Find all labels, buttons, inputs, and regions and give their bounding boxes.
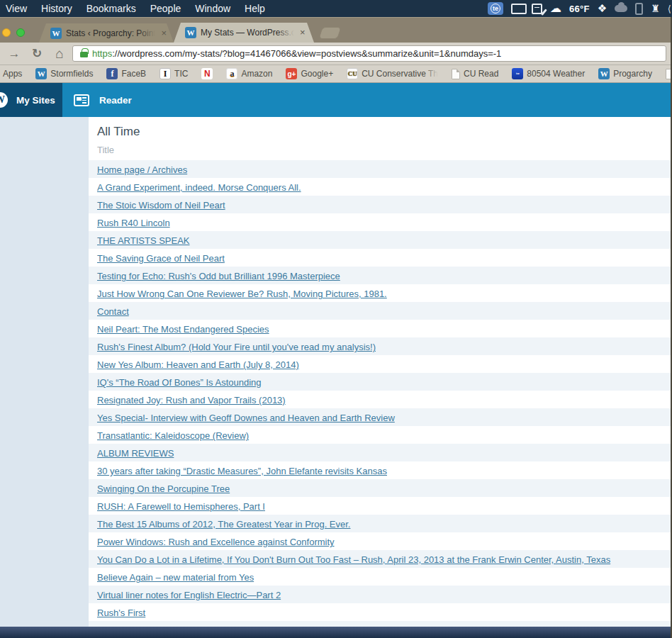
post-list: Home page / ArchivesA Grand Experiment, … [89,160,672,627]
browser-toolbar: → ↻ ⌂ https://wordpress.com/my-stats/?bl… [0,43,672,65]
post-link[interactable]: The Saving Grace of Neil Peart [97,253,225,264]
post-row: Moving Pictures: Rush on Film [89,621,672,627]
post-row: Swinging On the Porcupine Tree [89,479,672,497]
tasks-icon[interactable] [532,4,542,14]
post-link[interactable]: Rush R40 Lincoln [97,218,170,228]
post-link[interactable]: Virtual liner notes for English Electric… [97,590,281,600]
post-link[interactable]: Yes Special- Interview with Geoff Downes… [97,413,395,423]
tab-label: Stats ‹ Progarchy: Pointing [66,28,155,38]
secure-lock-icon[interactable] [80,52,88,57]
post-row: Yes Special- Interview with Geoff Downes… [89,408,672,426]
bookmark-label: CU Read [464,69,498,79]
post-link[interactable]: Believe Again – new material from Yes [97,572,254,583]
tab-progarchy-stats[interactable]: W Stats ‹ Progarchy: Pointing × [39,23,174,43]
wordpress-favicon: W [598,68,610,79]
post-row: Virtual liner notes for English Electric… [89,586,672,603]
post-row: New Yes Album: Heaven and Earth (July 8,… [89,355,672,373]
page-left-margin [0,117,89,627]
post-link[interactable]: RUSH: A Farewell to Hemispheres, Part I [97,501,265,512]
tab-strip: W Stats ‹ Progarchy: Pointing × W My Sta… [0,17,672,43]
post-link[interactable]: Resignated Joy: Rush and Vapor Trails (2… [97,395,286,405]
cu-favicon: CU [347,68,358,79]
bookmark-80504-weather[interactable]: tw80504 Weather [512,68,585,79]
post-link[interactable]: Home page / Archives [97,164,187,175]
bookmark-label: TIC [174,69,188,79]
menu-window[interactable]: Window [188,0,237,17]
display-icon[interactable] [511,4,524,14]
post-link[interactable]: ALBUM REVIEWS [97,448,174,459]
cloud-drive-icon[interactable] [615,5,627,12]
bookmark-amazon[interactable]: aAmazon [226,68,272,79]
phone-sync-icon[interactable] [635,3,643,15]
menu-bookmarks[interactable]: Bookmarks [79,0,143,17]
bookmark-cu-read[interactable]: CU Read [452,69,498,79]
wordpress-masthead: W My Sites Reader [0,83,672,117]
post-link[interactable]: Neil Peart: The Most Endangered Species [97,324,269,335]
post-link[interactable]: Swinging On the Porcupine Tree [97,483,230,494]
post-link[interactable]: The Stoic Wisdom of Neil Peart [97,200,225,211]
bookmark-faceb[interactable]: fFaceB [106,68,146,79]
dropbox-icon[interactable]: ❖ [598,2,607,15]
bookmark-cu-conservative-th[interactable]: CUCU Conservative Th [347,68,438,79]
weather-channel-favicon: tw [512,68,523,79]
menu-help[interactable]: Help [237,0,272,17]
menu-view[interactable]: View [6,0,34,17]
bookmark-tic[interactable]: ITIC [159,68,188,79]
amazon-favicon: a [226,68,237,79]
minimize-button[interactable] [2,28,11,37]
post-link[interactable]: THE ARTISTS SPEAK [97,235,190,246]
column-header-title: Title [89,145,672,160]
reader-button[interactable]: Reader [74,83,132,117]
new-tab-button[interactable] [318,27,342,39]
post-row: Home page / Archives [89,160,672,178]
menu-items: ViewHistoryBookmarksPeopleWindowHelp [0,0,272,17]
apps-button[interactable]: Apps [3,69,22,79]
post-link[interactable]: Testing for Echo: Rush's Odd but Brillia… [97,271,340,281]
tab-my-stats[interactable]: W My Stats — WordPress.com × [174,23,314,43]
home-button[interactable]: ⌂ [51,46,68,62]
post-link[interactable]: IQ's “The Road Of Bones” Is Astounding [97,377,262,388]
post-link[interactable]: 30 years after taking “Drastic Measures”… [97,466,387,476]
post-link[interactable]: Just How Wrong Can One Reviewer Be? Rush… [97,289,387,299]
post-link[interactable]: You Can Do a Lot in a Lifetime, If You D… [97,554,610,565]
bookmark-label: Progarchy [613,69,652,79]
code-brackets-icon[interactable]: ⟨⟩ [668,4,672,14]
memory-icon[interactable]: ♜ [651,3,660,14]
weather-cloud-icon[interactable]: ☁ [550,3,561,14]
tic-favicon: I [159,68,171,79]
post-link[interactable]: A Grand Experiment, indeed. Morse Conque… [97,182,301,193]
address-bar[interactable]: https://wordpress.com/my-stats/?blog=414… [72,45,666,62]
post-link[interactable]: Contact [97,306,129,317]
bookmark-label: CU Conservative Th [362,69,438,79]
wordpress-logo-icon: W [0,92,8,108]
menu-history[interactable]: History [34,0,79,17]
bookmark-stormfields[interactable]: WStormfields [35,68,93,79]
post-row: THE ARTISTS SPEAK [89,231,672,249]
post-row: Neil Peart: The Most Endangered Species [89,320,672,337]
reader-icon [74,94,89,106]
post-link[interactable]: Transatlantic: Kaleidoscope (Review) [97,430,249,441]
post-row: IQ's “The Road Of Bones” Is Astounding [89,373,672,391]
te-badge-icon[interactable]: te [488,2,503,15]
bookmark-progarchy[interactable]: WProgarchy [598,68,652,79]
post-link[interactable]: The Best 15 Albums of 2012, The Greatest… [97,519,350,530]
netflix-favicon: N [201,68,213,79]
zoom-button[interactable] [16,28,25,37]
bookmark-netflix[interactable]: N [201,68,213,79]
forward-button[interactable]: → [6,47,23,61]
url-text: https://wordpress.com/my-stats/?blog=414… [92,48,501,59]
weather-temp[interactable]: 66°F [569,4,590,14]
bookmark-label: Amazon [241,69,272,79]
reload-button[interactable]: ↻ [28,46,45,61]
post-link[interactable]: New Yes Album: Heaven and Earth (July 8,… [97,359,299,370]
post-link[interactable]: Rush's First [97,608,145,618]
stats-content: All Time Title Home page / ArchivesA Gra… [89,117,672,627]
bookmark-label: Stormfields [50,69,93,79]
tab-close-icon[interactable]: × [300,28,306,37]
tab-close-icon[interactable]: × [161,29,167,38]
menu-people[interactable]: People [143,0,189,17]
post-link[interactable]: Rush's Finest Album? (Hold Your Fire unt… [97,342,376,352]
my-sites-button[interactable]: W My Sites [0,83,62,117]
post-link[interactable]: Power Windows: Rush and Excellence again… [97,537,335,547]
bookmark-google[interactable]: g+Google+ [286,68,333,79]
